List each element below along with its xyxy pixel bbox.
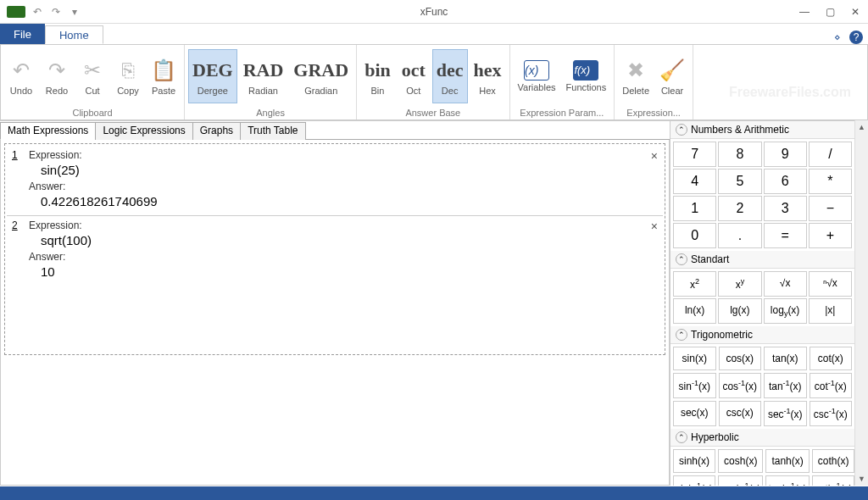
multiply-button[interactable]: * bbox=[809, 169, 852, 194]
variables-button[interactable]: (x)Variables bbox=[514, 49, 560, 103]
tab-home[interactable]: Home bbox=[45, 25, 103, 44]
tan-button[interactable]: tan(x) bbox=[764, 347, 807, 370]
group-label-expression: Expression... bbox=[615, 107, 693, 119]
content-tabs: Math Expressions Logic Expressions Graph… bbox=[0, 121, 670, 140]
sin-button[interactable]: sin(x) bbox=[673, 347, 716, 370]
num-5-button[interactable]: 5 bbox=[718, 169, 761, 194]
minimize-button[interactable]: — bbox=[792, 1, 817, 23]
asec-button[interactable]: sec-1(x) bbox=[764, 401, 807, 426]
acsc-button[interactable]: csc-1(x) bbox=[810, 401, 853, 426]
gradian-button[interactable]: GRADGradian bbox=[289, 49, 353, 103]
lg-button[interactable]: lg(x) bbox=[718, 298, 761, 324]
sec-button[interactable]: sec(x) bbox=[673, 401, 716, 426]
num-1-button[interactable]: 1 bbox=[673, 196, 716, 221]
qat-dropdown-icon[interactable]: ▾ bbox=[66, 3, 83, 20]
divide-button[interactable]: / bbox=[809, 142, 852, 167]
expression-item[interactable]: 1 × Expression: sin(25) Answer: 0.422618… bbox=[7, 146, 663, 216]
num-6-button[interactable]: 6 bbox=[764, 169, 807, 194]
clear-button[interactable]: 🧹Clear bbox=[655, 49, 689, 103]
asin-button[interactable]: sin-1(x) bbox=[673, 373, 716, 398]
ln-button[interactable]: ln(x) bbox=[673, 298, 716, 324]
logy-button[interactable]: logy(x) bbox=[764, 298, 807, 324]
tab-math-expressions[interactable]: Math Expressions bbox=[0, 122, 96, 140]
redo-button[interactable]: ↷Redo bbox=[40, 49, 74, 103]
tab-logic-expressions[interactable]: Logic Expressions bbox=[95, 122, 192, 140]
expression-item[interactable]: 2 × Expression: sqrt(100) Answer: 10 bbox=[7, 216, 663, 286]
tanh-button[interactable]: tanh(x) bbox=[765, 449, 809, 473]
sqrt-button[interactable]: √x bbox=[764, 271, 807, 297]
accordion-trigonometric[interactable]: ⌃Trigonometric bbox=[670, 326, 854, 344]
sinh-button[interactable]: sinh(x) bbox=[673, 449, 715, 473]
status-bar bbox=[0, 486, 868, 500]
qat-undo-icon[interactable]: ↶ bbox=[29, 3, 46, 20]
accordion-hyperbolic[interactable]: ⌃Hyperbolic bbox=[670, 429, 854, 447]
atan-button[interactable]: tan-1(x) bbox=[764, 373, 807, 398]
num-4-button[interactable]: 4 bbox=[673, 169, 716, 194]
radian-button[interactable]: RADRadian bbox=[239, 49, 288, 103]
answer-label: Answer: bbox=[29, 251, 658, 263]
dec-button[interactable]: decDec bbox=[432, 49, 468, 103]
minus-button[interactable]: − bbox=[809, 196, 852, 221]
atanh-button[interactable]: tanh-1(x) bbox=[765, 475, 809, 486]
undo-button[interactable]: ↶Undo bbox=[4, 49, 38, 103]
tab-truth-table[interactable]: Truth Table bbox=[240, 122, 305, 140]
paste-button[interactable]: 📋Paste bbox=[147, 49, 181, 103]
abs-button[interactable]: |x| bbox=[809, 298, 852, 324]
help-icon[interactable]: ? bbox=[849, 31, 863, 44]
scroll-up-icon[interactable]: ▲ bbox=[855, 120, 868, 134]
num-2-button[interactable]: 2 bbox=[718, 196, 761, 221]
close-icon[interactable]: × bbox=[651, 149, 658, 163]
cos-button[interactable]: cos(x) bbox=[719, 347, 762, 370]
functions-icon: f(x) bbox=[573, 60, 598, 81]
cosh-button[interactable]: cosh(x) bbox=[718, 449, 763, 473]
group-label-clipboard: Clipboard bbox=[1, 107, 184, 119]
acoth-button[interactable]: coth-1(x) bbox=[812, 475, 854, 486]
num-3-button[interactable]: 3 bbox=[764, 196, 807, 221]
delete-button[interactable]: ✖Delete bbox=[618, 49, 654, 103]
x-pow-y-button[interactable]: xy bbox=[718, 271, 761, 297]
nth-root-button[interactable]: ⁿ√x bbox=[809, 271, 852, 297]
hex-button[interactable]: hexHex bbox=[470, 49, 506, 103]
copy-icon: ⎘ bbox=[122, 57, 134, 84]
cut-button[interactable]: ✂Cut bbox=[75, 49, 109, 103]
close-icon[interactable]: × bbox=[651, 219, 658, 233]
copy-button[interactable]: ⎘Copy bbox=[111, 49, 145, 103]
ribbon-collapse-icon[interactable]: ⋄ bbox=[831, 31, 844, 44]
qat-redo-icon[interactable]: ↷ bbox=[47, 3, 64, 20]
chevron-up-icon: ⌃ bbox=[676, 431, 687, 443]
bin-button[interactable]: binBin bbox=[360, 49, 395, 103]
scroll-track[interactable] bbox=[855, 134, 868, 472]
tab-graphs[interactable]: Graphs bbox=[192, 122, 241, 140]
cot-button[interactable]: cot(x) bbox=[810, 347, 853, 370]
num-7-button[interactable]: 7 bbox=[673, 142, 716, 167]
maximize-button[interactable]: ▢ bbox=[817, 1, 843, 23]
acos-button[interactable]: cos-1(x) bbox=[719, 373, 762, 398]
acot-button[interactable]: cot-1(x) bbox=[810, 373, 853, 398]
window-title: xFunc bbox=[420, 6, 448, 18]
accordion-numbers[interactable]: ⌃Numbers & Arithmetic bbox=[670, 121, 854, 139]
x-squared-button[interactable]: x2 bbox=[673, 271, 716, 297]
functions-button[interactable]: f(x)Functions bbox=[562, 49, 611, 103]
expression-number: 2 bbox=[12, 219, 18, 231]
oct-button[interactable]: octOct bbox=[397, 49, 431, 103]
coth-button[interactable]: coth(x) bbox=[812, 449, 854, 473]
csc-button[interactable]: csc(x) bbox=[719, 401, 762, 426]
degree-button[interactable]: DEGDergee bbox=[188, 49, 237, 103]
app-icon bbox=[7, 6, 25, 18]
expression-value: sin(25) bbox=[29, 161, 658, 181]
num-9-button[interactable]: 9 bbox=[764, 142, 807, 167]
num-0-button[interactable]: 0 bbox=[673, 223, 716, 248]
accordion-standart[interactable]: ⌃Standart bbox=[670, 251, 854, 269]
asinh-button[interactable]: sinh-1(x) bbox=[673, 475, 715, 486]
dot-button[interactable]: . bbox=[718, 223, 761, 248]
num-8-button[interactable]: 8 bbox=[718, 142, 761, 167]
close-button[interactable]: ✕ bbox=[843, 1, 868, 23]
acosh-button[interactable]: cosh-1(x) bbox=[718, 475, 763, 486]
equals-button[interactable]: = bbox=[764, 223, 807, 248]
plus-button[interactable]: + bbox=[809, 223, 852, 248]
ribbon-tabs: File Home ⋄ ? bbox=[0, 24, 868, 44]
file-menu[interactable]: File bbox=[0, 24, 45, 44]
scroll-down-icon[interactable]: ▼ bbox=[855, 472, 868, 486]
sidebar-scrollbar[interactable]: ▲ ▼ bbox=[854, 120, 868, 486]
expression-label: Expression: bbox=[29, 149, 658, 161]
